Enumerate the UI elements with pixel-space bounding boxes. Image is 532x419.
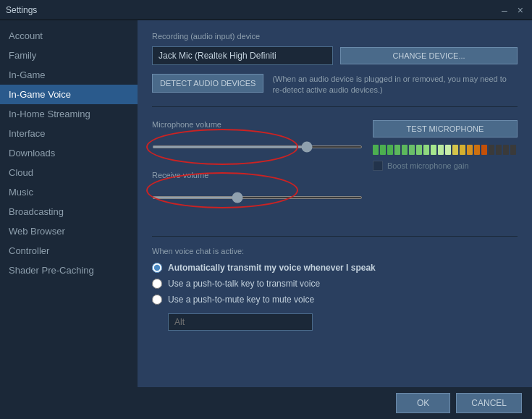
sidebar-item-downloads[interactable]: Downloads <box>0 143 138 163</box>
sidebar-item-controller[interactable]: Controller <box>0 241 138 261</box>
test-microphone-button[interactable]: TEST MICROPHONE <box>373 120 518 137</box>
radio-ptm[interactable] <box>152 295 162 305</box>
volume-area: Microphone volume Receive volume <box>152 120 518 221</box>
radio-auto-row: Automatically transmit my voice whenever… <box>152 263 518 273</box>
sidebar-item-web-browser[interactable]: Web Browser <box>0 221 138 241</box>
detect-audio-button[interactable]: DETECT AUDIO DEVICES <box>152 74 263 93</box>
sidebar-item-cloud[interactable]: Cloud <box>0 163 138 182</box>
radio-auto-label: Automatically transmit my voice whenever… <box>168 263 376 273</box>
radio-auto[interactable] <box>152 263 162 273</box>
radio-ptt[interactable] <box>152 279 162 289</box>
sidebar: Account Family In-Game In-Game Voice In-… <box>0 20 138 419</box>
radio-ptt-label: Use a push-to-talk key to transmit voice <box>168 279 320 289</box>
radio-ptt-row: Use a push-to-talk key to transmit voice <box>152 279 518 289</box>
window-title: Settings <box>6 5 37 15</box>
recording-device-input[interactable] <box>152 46 333 65</box>
boost-checkbox[interactable] <box>373 161 383 171</box>
microphone-volume-slider[interactable] <box>152 145 363 148</box>
microphone-volume-label: Microphone volume <box>152 120 363 129</box>
microphone-slider-container <box>152 133 363 161</box>
level-meter <box>373 145 518 155</box>
boost-row: Boost microphone gain <box>373 161 518 171</box>
sidebar-item-music[interactable]: Music <box>0 182 138 202</box>
recording-device-label: Recording (audio input) device <box>152 32 518 41</box>
content-area: Recording (audio input) device CHANGE DE… <box>138 20 532 419</box>
boost-label: Boost microphone gain <box>387 161 469 170</box>
receive-slider-container <box>152 184 363 211</box>
sidebar-item-interface[interactable]: Interface <box>0 124 138 143</box>
detect-row: DETECT AUDIO DEVICES (When an audio devi… <box>152 74 518 107</box>
test-mic-area: TEST MICROPHONE <box>373 120 518 221</box>
sidebar-item-in-game-voice[interactable]: In-Game Voice <box>0 85 138 104</box>
voice-chat-label: When voice chat is active: <box>152 247 518 255</box>
minimize-btn[interactable]: – <box>499 4 510 16</box>
bottom-bar: OK CANCEL <box>138 387 532 419</box>
ok-button[interactable]: OK <box>396 393 450 413</box>
sidebar-item-broadcasting[interactable]: Broadcasting <box>0 202 138 221</box>
volume-sliders: Microphone volume Receive volume <box>152 120 363 221</box>
sidebar-item-in-game[interactable]: In-Game <box>0 65 138 85</box>
cancel-button[interactable]: CANCEL <box>456 393 522 413</box>
sidebar-item-shader-pre-caching[interactable]: Shader Pre-Caching <box>0 261 138 280</box>
device-row: CHANGE DEVICE... <box>152 46 518 65</box>
receive-volume-slider[interactable] <box>152 196 363 199</box>
sidebar-item-account[interactable]: Account <box>0 26 138 46</box>
detect-note: (When an audio device is plugged in or r… <box>272 74 518 96</box>
radio-ptm-row: Use a push-to-mute key to mute voice <box>152 295 518 305</box>
sidebar-item-in-home-streaming[interactable]: In-Home Streaming <box>0 104 138 124</box>
close-btn[interactable]: × <box>515 4 526 16</box>
radio-ptm-label: Use a push-to-mute key to mute voice <box>168 295 314 305</box>
receive-volume-label: Receive volume <box>152 171 363 179</box>
voice-chat-section: When voice chat is active: Automatically… <box>152 236 518 331</box>
titlebar-controls: – × <box>499 4 526 16</box>
microphone-volume-section: Microphone volume <box>152 120 363 161</box>
sidebar-item-family[interactable]: Family <box>0 46 138 65</box>
receive-volume-section: Receive volume <box>152 171 363 211</box>
change-device-button[interactable]: CHANGE DEVICE... <box>340 47 518 64</box>
keybind-input[interactable] <box>168 313 313 331</box>
titlebar: Settings – × <box>0 0 532 20</box>
